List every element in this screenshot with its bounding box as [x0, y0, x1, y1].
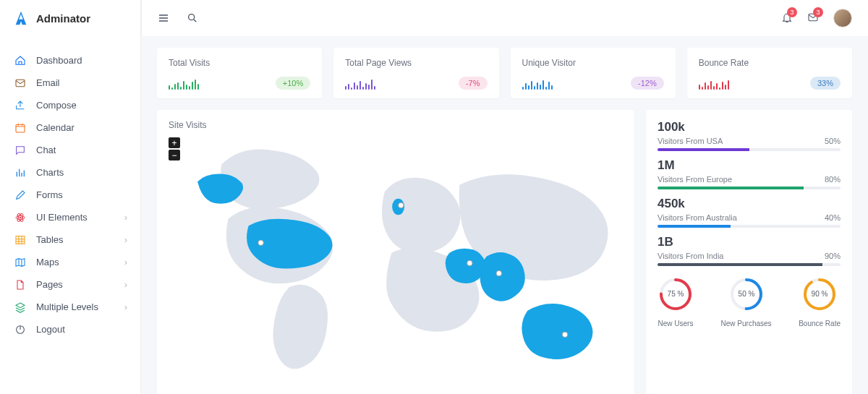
gauge-label: Bounce Rate: [799, 320, 841, 327]
brand[interactable]: Adminator: [0, 0, 140, 36]
avatar[interactable]: [833, 9, 852, 27]
svg-text:90 %: 90 %: [812, 290, 828, 298]
layers-icon: [14, 301, 26, 313]
region-value: 450k: [658, 197, 841, 211]
chevron-right-icon: ›: [124, 279, 127, 290]
sidebar-item-forms[interactable]: Forms: [0, 184, 140, 206]
svg-text:75 %: 75 %: [668, 290, 684, 298]
region-value: 1M: [658, 158, 841, 173]
content: Total Visits+10%Total Page Views-7%Uniqu…: [141, 36, 868, 394]
stat-card-2: Unique Visitor-12%: [511, 48, 676, 98]
stat-card-0: Total Visits+10%: [157, 48, 322, 98]
gauge-1: 50 %New Purchases: [721, 276, 772, 327]
stat-delta-badge: +10%: [276, 77, 310, 90]
sidebar: Adminator DashboardEmailComposeCalendarC…: [0, 0, 141, 394]
region-1: 1MVisitors From Europe80%: [658, 158, 841, 189]
stat-title: Bounce Rate: [699, 58, 841, 68]
sidebar-item-label: Email: [36, 77, 60, 88]
region-pct: 40%: [825, 213, 841, 222]
sidebar-item-calendar[interactable]: Calendar: [0, 116, 140, 139]
svg-point-8: [189, 14, 195, 20]
sidebar-item-pages[interactable]: Pages›: [0, 273, 140, 296]
main: 3 3 Total Visits+10%Total Page Views-7%U…: [141, 0, 868, 394]
stat-delta-badge: -12%: [631, 77, 664, 90]
calendar-icon: [14, 122, 26, 134]
topbar-right: 3 3: [781, 9, 852, 27]
svg-point-15: [562, 332, 568, 338]
sidebar-item-label: Multiple Levels: [36, 301, 98, 312]
stat-card-3: Bounce Rate33%: [687, 48, 852, 98]
gauges-row: 75 %New Users50 %New Purchases90 %Bounce…: [658, 276, 841, 327]
region-value: 100k: [658, 120, 841, 134]
table-icon: [14, 234, 26, 246]
sidebar-item-label: Dashboard: [36, 55, 82, 66]
search-icon[interactable]: [187, 12, 198, 24]
file-icon: [14, 279, 26, 291]
progress-bar: [658, 148, 841, 151]
svg-rect-0: [16, 80, 25, 86]
sidebar-item-compose[interactable]: Compose: [0, 94, 140, 116]
sidebar-item-charts[interactable]: Charts: [0, 161, 140, 184]
sidebar-item-email[interactable]: Email: [0, 72, 140, 94]
sidebar-item-chat[interactable]: Chat: [0, 139, 140, 161]
pencil-icon: [14, 189, 26, 201]
sidebar-item-logout[interactable]: Logout: [0, 318, 140, 341]
region-label: Visitors From USA: [658, 137, 723, 145]
sparkline: [169, 77, 199, 90]
stat-title: Unique Visitor: [522, 58, 664, 68]
sidebar-item-dashboard[interactable]: Dashboard: [0, 49, 140, 72]
region-pct: 50%: [825, 137, 841, 145]
sidebar-item-label: Calendar: [36, 122, 75, 133]
svg-rect-1: [16, 124, 25, 132]
sparkline: [345, 77, 375, 90]
bars-icon: [14, 167, 26, 179]
menu-toggle-icon[interactable]: [158, 12, 169, 24]
progress-bar: [658, 225, 841, 228]
svg-point-2: [20, 216, 22, 218]
stat-delta-badge: -7%: [459, 77, 488, 90]
svg-point-13: [467, 260, 473, 266]
chevron-right-icon: ›: [124, 301, 127, 312]
region-value: 1B: [658, 235, 841, 249]
gauge-chart: 50 %: [728, 276, 765, 312]
messages-badge: 3: [813, 7, 823, 17]
region-label: Visitors From India: [658, 252, 724, 260]
region-pct: 90%: [825, 252, 841, 260]
gauge-0: 75 %New Users: [658, 276, 694, 327]
lower-row: Site Visits + −: [157, 110, 852, 394]
sidebar-item-tables[interactable]: Tables›: [0, 228, 140, 251]
svg-point-14: [496, 270, 502, 276]
sidebar-item-multiple-levels[interactable]: Multiple Levels›: [0, 296, 140, 318]
region-label: Visitors From Australia: [658, 213, 737, 222]
regions-list: 100kVisitors From USA50%1MVisitors From …: [658, 120, 841, 266]
sidebar-item-label: Maps: [36, 257, 59, 267]
sidebar-item-ui-elements[interactable]: UI Elements›: [0, 206, 140, 228]
topbar: 3 3: [141, 0, 868, 36]
stat-title: Total Page Views: [345, 58, 487, 68]
map-icon: [14, 257, 26, 268]
gauge-2: 90 %Bounce Rate: [799, 276, 841, 327]
map-zoom-controls: + −: [169, 137, 180, 160]
share-icon: [14, 100, 26, 111]
regions-panel: 100kVisitors From USA50%1MVisitors From …: [646, 110, 852, 394]
gauge-label: New Purchases: [721, 320, 772, 327]
world-map[interactable]: [187, 137, 623, 369]
progress-bar: [658, 263, 841, 266]
zoom-in-button[interactable]: +: [169, 137, 180, 148]
svg-rect-6: [16, 236, 25, 244]
site-visits-panel: Site Visits + −: [157, 110, 634, 394]
notifications-button[interactable]: 3: [781, 12, 793, 25]
stats-row: Total Visits+10%Total Page Views-7%Uniqu…: [157, 48, 852, 98]
home-icon: [14, 55, 26, 67]
gauge-chart: 75 %: [658, 276, 694, 312]
topbar-left: [158, 12, 198, 24]
power-icon: [14, 324, 26, 335]
gauge-chart: 90 %: [801, 276, 838, 312]
map-area[interactable]: + −: [169, 137, 623, 385]
sidebar-item-label: Pages: [36, 279, 63, 290]
chat-icon: [14, 145, 26, 156]
zoom-out-button[interactable]: −: [169, 150, 180, 160]
messages-button[interactable]: 3: [807, 12, 819, 25]
sidebar-item-maps[interactable]: Maps›: [0, 251, 140, 273]
stat-card-1: Total Page Views-7%: [333, 48, 498, 98]
